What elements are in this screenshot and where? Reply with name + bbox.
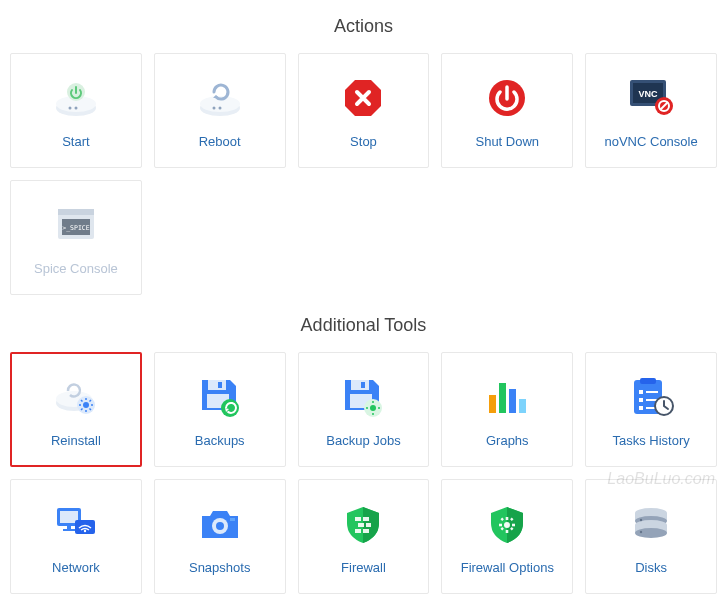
svg-rect-69	[363, 517, 369, 521]
snapshots-label: Snapshots	[189, 560, 250, 575]
svg-rect-33	[208, 380, 226, 390]
svg-rect-48	[509, 389, 516, 413]
svg-rect-54	[639, 398, 643, 402]
svg-rect-67	[230, 518, 235, 521]
network-label: Network	[52, 560, 100, 575]
shutdown-card[interactable]: Shut Down	[441, 53, 573, 168]
reboot-label: Reboot	[199, 134, 241, 149]
backups-label: Backups	[195, 433, 245, 448]
svg-rect-75	[506, 517, 509, 520]
svg-point-90	[640, 531, 642, 533]
svg-line-29	[81, 400, 83, 402]
graphs-card[interactable]: Graphs	[441, 352, 573, 467]
reinstall-label: Reinstall	[51, 433, 101, 448]
svg-rect-61	[67, 526, 71, 529]
disks-icon	[629, 498, 673, 550]
disks-label: Disks	[635, 560, 667, 575]
svg-text:VNC: VNC	[639, 89, 659, 99]
firewall-options-card[interactable]: Firewall Options	[441, 479, 573, 594]
tasks-history-card[interactable]: Tasks History	[585, 352, 717, 467]
spice-label: Spice Console	[34, 261, 118, 276]
svg-rect-53	[646, 391, 658, 393]
reinstall-card[interactable]: Reinstall	[10, 352, 142, 467]
graphs-icon	[485, 371, 529, 423]
shutdown-label: Shut Down	[475, 134, 539, 149]
firewall-card[interactable]: Firewall	[298, 479, 430, 594]
actions-grid: Start Reboot Stop	[10, 53, 717, 295]
network-card[interactable]: Network	[10, 479, 142, 594]
svg-rect-37	[351, 380, 369, 390]
svg-rect-76	[506, 530, 509, 533]
svg-line-30	[89, 409, 91, 411]
stop-card[interactable]: Stop	[298, 53, 430, 168]
svg-point-74	[504, 522, 510, 528]
svg-rect-18	[58, 209, 94, 215]
svg-point-89	[640, 519, 642, 521]
tools-grid: Reinstall Backups	[10, 352, 717, 594]
svg-rect-70	[358, 523, 364, 527]
svg-point-3	[68, 107, 71, 110]
svg-rect-73	[363, 529, 369, 533]
svg-rect-72	[355, 529, 361, 533]
svg-rect-34	[218, 382, 222, 388]
svg-text:>_SPICE: >_SPICE	[62, 224, 89, 232]
reboot-drive-icon	[196, 72, 244, 124]
svg-rect-51	[640, 378, 656, 384]
stop-label: Stop	[350, 134, 377, 149]
firewall-icon	[343, 498, 383, 550]
firewall-options-label: Firewall Options	[461, 560, 554, 575]
svg-rect-68	[355, 517, 361, 521]
svg-rect-78	[512, 524, 515, 527]
svg-rect-52	[639, 390, 643, 394]
firewall-options-icon	[487, 498, 527, 550]
tasks-history-label: Tasks History	[612, 433, 689, 448]
tasks-history-icon	[628, 371, 674, 423]
svg-point-88	[635, 528, 667, 538]
svg-rect-71	[366, 523, 371, 527]
svg-rect-62	[63, 529, 75, 531]
vnc-icon: VNC	[626, 72, 676, 124]
svg-rect-46	[489, 395, 496, 413]
backup-jobs-label: Backup Jobs	[326, 433, 400, 448]
snapshots-icon	[198, 498, 242, 550]
shutdown-icon	[486, 72, 528, 124]
tools-title: Additional Tools	[10, 315, 717, 336]
spice-icon: >_SPICE	[54, 199, 98, 251]
svg-rect-56	[639, 406, 643, 410]
svg-line-31	[89, 400, 91, 402]
svg-rect-77	[499, 524, 502, 527]
backups-card[interactable]: Backups	[154, 352, 286, 467]
power-drive-icon	[52, 72, 100, 124]
svg-point-64	[84, 530, 86, 532]
backups-icon	[198, 371, 242, 423]
start-card[interactable]: Start	[10, 53, 142, 168]
svg-rect-47	[499, 383, 506, 413]
stop-icon	[342, 72, 384, 124]
svg-point-8	[218, 107, 221, 110]
svg-point-41	[370, 405, 376, 411]
reboot-card[interactable]: Reboot	[154, 53, 286, 168]
svg-rect-38	[361, 382, 365, 388]
actions-title: Actions	[10, 16, 717, 37]
snapshots-card[interactable]: Snapshots	[154, 479, 286, 594]
reinstall-icon	[52, 371, 100, 423]
disks-card[interactable]: Disks	[585, 479, 717, 594]
svg-point-66	[216, 522, 224, 530]
svg-rect-49	[519, 399, 526, 413]
svg-point-4	[74, 107, 77, 110]
start-label: Start	[62, 134, 89, 149]
spice-card: >_SPICE Spice Console	[10, 180, 142, 295]
graphs-label: Graphs	[486, 433, 529, 448]
svg-point-7	[212, 107, 215, 110]
svg-point-24	[83, 402, 89, 408]
novnc-card[interactable]: VNC noVNC Console	[585, 53, 717, 168]
svg-line-32	[81, 409, 83, 411]
backup-jobs-icon	[341, 371, 385, 423]
network-icon	[53, 498, 99, 550]
firewall-label: Firewall	[341, 560, 386, 575]
backup-jobs-card[interactable]: Backup Jobs	[298, 352, 430, 467]
novnc-label: noVNC Console	[604, 134, 697, 149]
